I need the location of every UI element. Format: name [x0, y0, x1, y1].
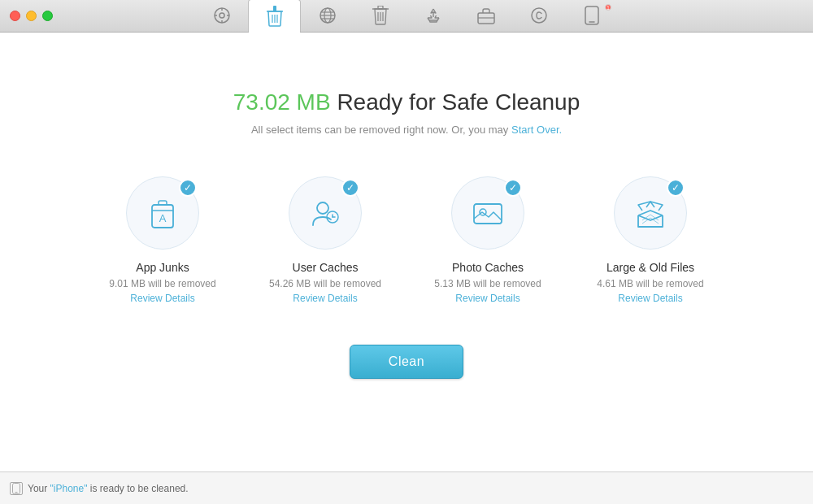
svg-point-1: [220, 13, 224, 18]
large-old-files-check: ✓: [667, 179, 685, 197]
cards-container: A ✓ App Junks 9.01 MB will be removed Re…: [93, 176, 720, 304]
maximize-button[interactable]: [42, 11, 53, 21]
headline-size: 73.02 MB: [233, 89, 331, 115]
large-old-files-label: Large & Old Files: [606, 261, 694, 274]
tab-recycle[interactable]: [406, 0, 459, 32]
tab-phone[interactable]: 1: [565, 0, 618, 32]
user-caches-label: User Caches: [293, 261, 359, 274]
subtitle-before: All select items can be removed right no…: [251, 124, 511, 136]
tab-cleaner[interactable]: [248, 0, 301, 32]
statusbar: Your "iPhone" is ready to be cleaned.: [0, 471, 813, 504]
user-caches-icon-circle: ✓: [289, 176, 362, 250]
large-old-files-review-link[interactable]: Review Details: [618, 293, 682, 304]
large-old-files-size: 4.61 MB will be removed: [597, 278, 703, 289]
titlebar: 1: [0, 0, 813, 33]
user-caches-check: ✓: [341, 179, 359, 197]
clean-button[interactable]: Clean: [350, 345, 463, 379]
card-large-old-files: ✓ Large & Old Files 4.61 MB will be remo…: [581, 176, 720, 304]
statusbar-link: "iPhone": [50, 483, 88, 494]
tab-bar: 1: [195, 0, 618, 32]
tab-copyright[interactable]: [512, 0, 565, 32]
svg-point-29: [317, 202, 328, 214]
minimize-button[interactable]: [26, 11, 37, 21]
tab-privacy[interactable]: [195, 0, 248, 32]
app-junks-check: ✓: [179, 179, 197, 197]
subtitle: All select items can be removed right no…: [251, 124, 562, 136]
svg-point-23: [532, 8, 546, 23]
svg-rect-33: [474, 204, 502, 224]
user-caches-review-link[interactable]: Review Details: [293, 293, 357, 304]
app-junks-label: App Junks: [136, 261, 189, 274]
card-app-junks: A ✓ App Junks 9.01 MB will be removed Re…: [93, 176, 232, 304]
notification-badge: 1: [605, 4, 611, 11]
photo-caches-check: ✓: [504, 179, 522, 197]
app-junks-review-link[interactable]: Review Details: [130, 293, 194, 304]
close-button[interactable]: [10, 11, 20, 21]
photo-caches-review-link[interactable]: Review Details: [455, 293, 520, 304]
card-user-caches: ✓ User Caches 54.26 MB will be removed R…: [256, 176, 394, 304]
photo-caches-label: Photo Caches: [452, 261, 524, 274]
card-photo-caches: ✓ Photo Caches 5.13 MB will be removed R…: [419, 176, 557, 304]
tab-internet[interactable]: [301, 0, 354, 32]
tab-briefcase[interactable]: [459, 0, 512, 32]
start-over-link[interactable]: Start Over.: [511, 124, 562, 136]
svg-text:A: A: [159, 212, 167, 224]
app-junks-size: 9.01 MB will be removed: [109, 278, 215, 289]
app-junks-icon-circle: A ✓: [126, 176, 199, 250]
headline-text: Ready for Safe Cleanup: [331, 89, 580, 115]
phone-small-icon: [10, 482, 23, 495]
statusbar-after: is ready to be cleaned.: [87, 483, 188, 494]
photo-caches-size: 5.13 MB will be removed: [434, 278, 541, 289]
large-old-files-icon-circle: ✓: [614, 176, 687, 250]
headline: 73.02 MB Ready for Safe Cleanup: [233, 89, 580, 115]
traffic-lights: [0, 11, 53, 21]
statusbar-before: Your: [28, 483, 50, 494]
statusbar-text: Your "iPhone" is ready to be cleaned.: [28, 483, 189, 494]
user-caches-size: 54.26 MB will be removed: [269, 278, 381, 289]
tab-trash[interactable]: [354, 0, 406, 32]
main-content: 73.02 MB Ready for Safe Cleanup All sele…: [0, 33, 813, 471]
photo-caches-icon-circle: ✓: [451, 176, 524, 250]
svg-rect-6: [273, 6, 276, 11]
